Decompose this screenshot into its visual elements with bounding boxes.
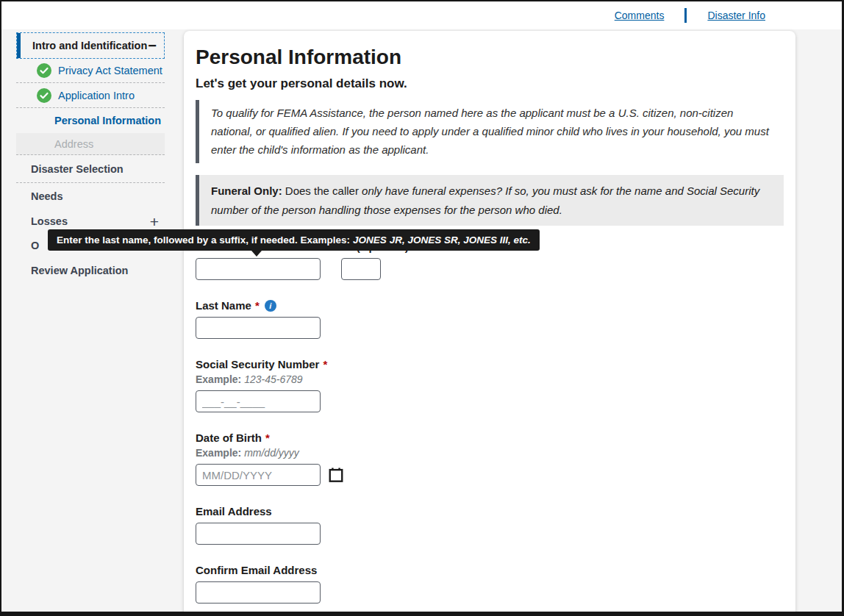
confirm-email-group: Confirm Email Address: [196, 564, 784, 604]
ssn-input[interactable]: [196, 390, 321, 412]
sidebar-item-label: Needs: [31, 190, 63, 202]
sidebar-item-address: Address: [16, 133, 165, 155]
sidebar-item-label: O: [31, 240, 39, 251]
last-name-label: Last Name * i: [196, 299, 784, 312]
funeral-note-lead: Funeral Only:: [211, 185, 282, 197]
last-name-group: Last Name * i: [196, 299, 784, 339]
dob-group: Date of Birth * Example: mm/dd/yyyy: [196, 431, 784, 486]
expand-plus-icon[interactable]: +: [150, 214, 159, 229]
required-asterisk: *: [255, 299, 260, 312]
tooltip-caret: [251, 251, 262, 257]
completed-check-icon: [37, 88, 51, 103]
required-asterisk: *: [323, 358, 327, 370]
sidebar-item-label: Disaster Selection: [31, 163, 124, 175]
first-name-input[interactable]: [196, 258, 321, 280]
funeral-note-roman: Does the caller: [282, 185, 362, 197]
eligibility-note: To qualify for FEMA Assistance, the pers…: [196, 100, 784, 163]
ssn-label: Social Security Number *: [196, 358, 784, 370]
dob-input[interactable]: [196, 464, 321, 486]
last-name-input[interactable]: [196, 317, 321, 339]
page-subtitle: Let's get your personal details now.: [196, 76, 784, 91]
required-asterisk: *: [265, 431, 270, 444]
sidebar-item-application-intro[interactable]: Application Intro: [16, 83, 165, 108]
email-label: Email Address: [196, 505, 784, 517]
sidebar-item-needs[interactable]: Needs: [16, 183, 165, 209]
sidebar-item-label: Losses: [31, 215, 68, 227]
sidebar-item-review-application[interactable]: Review Application: [16, 258, 165, 283]
completed-check-icon: [37, 63, 51, 78]
funeral-only-note: Funeral Only: Does the caller only have …: [196, 175, 784, 226]
sidebar-item-privacy-act-statement[interactable]: Privacy Act Statement: [16, 59, 165, 83]
sidebar-item-label: Address: [54, 138, 93, 150]
confirm-email-input[interactable]: [196, 581, 321, 604]
middle-initial-input[interactable]: [341, 258, 381, 280]
disaster-info-link[interactable]: Disaster Info: [707, 10, 765, 21]
tooltip-examples: JONES JR, JONES SR, JONES III, etc.: [353, 234, 531, 246]
sidebar-section-intro-and-identification[interactable]: Intro and Identification −: [16, 32, 165, 59]
dob-example: Example: mm/dd/yyyy: [196, 447, 784, 459]
comments-link[interactable]: Comments: [615, 10, 665, 21]
email-group: Email Address: [196, 505, 784, 545]
personal-information-panel: Personal Information Let's get your pers…: [184, 31, 795, 616]
sidebar-item-label: Application Intro: [58, 90, 135, 101]
dob-label: Date of Birth *: [196, 431, 784, 444]
email-input[interactable]: [196, 523, 321, 545]
confirm-email-label: Confirm Email Address: [196, 564, 784, 576]
ssn-example: Example: 123-45-6789: [196, 373, 784, 385]
sidebar-item-label: Privacy Act Statement: [58, 65, 162, 76]
top-bar: Comments Disaster Info: [1, 1, 842, 29]
sidebar-item-personal-information[interactable]: Personal Information: [16, 108, 165, 133]
tooltip-text: Enter the last name, followed by a suffi…: [57, 234, 350, 246]
last-name-info-icon[interactable]: i: [265, 300, 276, 312]
ssn-group: Social Security Number * Example: 123-45…: [196, 358, 784, 412]
sidebar-section-label: Intro and Identification: [32, 40, 147, 51]
sidebar-item-disaster-selection[interactable]: Disaster Selection: [16, 155, 165, 183]
sidebar-item-label: Review Application: [31, 265, 128, 276]
calendar-icon[interactable]: [328, 467, 344, 483]
collapse-minus-icon[interactable]: −: [148, 38, 157, 53]
active-section-bar: [17, 33, 21, 58]
page-title: Personal Information: [196, 46, 784, 69]
top-nav-divider: [684, 8, 687, 23]
last-name-tooltip: Enter the last name, followed by a suffi…: [48, 229, 540, 251]
sidebar-item-label: Personal Information: [54, 115, 161, 126]
personal-info-form: First Name * MI (Optional) Last Name * i: [196, 240, 784, 604]
